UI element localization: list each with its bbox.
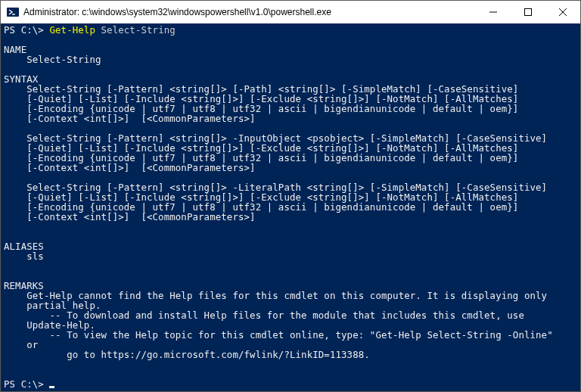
window-title: Administrator: c:\windows\system32\windo… — [23, 7, 331, 17]
svg-rect-3 — [525, 9, 532, 16]
name-value: Select-String — [4, 54, 101, 65]
minimize-button[interactable] — [476, 1, 511, 23]
syntax-line: [-Context <int[]>] [<CommonParameters>] — [4, 211, 256, 222]
syntax-line: [-Context <int[]>] [<CommonParameters>] — [4, 113, 256, 124]
command-name: Get-Help — [49, 24, 101, 36]
prompt-prefix: PS C:\> — [4, 378, 49, 390]
remarks-line: -- To view the Help topic for this cmdle… — [4, 329, 553, 341]
remarks-line: go to https://go.microsoft.com/fwlink/?L… — [4, 349, 370, 360]
command-argument: Select-String — [101, 24, 176, 36]
powershell-icon — [7, 6, 19, 18]
prompt-prefix: PS C:\> — [4, 24, 49, 36]
cursor — [49, 386, 54, 388]
maximize-button[interactable] — [511, 1, 545, 23]
syntax-line: [-Context <int[]>] [<CommonParameters>] — [4, 162, 256, 173]
titlebar[interactable]: Administrator: c:\windows\system32\windo… — [1, 1, 580, 23]
close-button[interactable] — [545, 1, 580, 23]
aliases-value: sls — [4, 250, 44, 262]
terminal-output[interactable]: PS C:\> Get-Help Select-String NAME Sele… — [1, 23, 580, 391]
powershell-window: Administrator: c:\windows\system32\windo… — [0, 0, 581, 392]
